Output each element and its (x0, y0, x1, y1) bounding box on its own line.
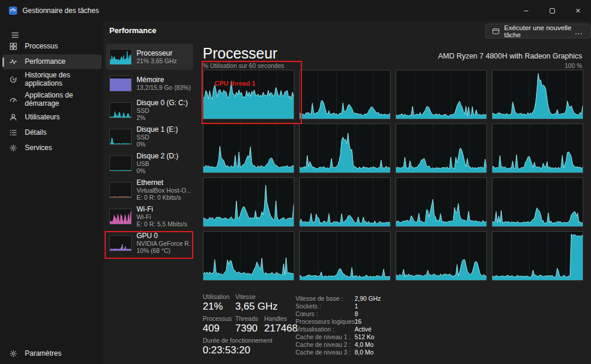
vitesse-label: Vitesse (235, 293, 255, 300)
perf-item-disk2[interactable]: Disque 2 (D:)USB0% (106, 150, 193, 176)
cpu-core-graph[interactable] (395, 70, 487, 119)
cpu-core-graph[interactable] (299, 124, 391, 173)
perf-item-ethernet[interactable]: EthernetVirtualBox Host-O...E: 0 R: 0 Kb… (106, 177, 193, 203)
memory-mini-graph (109, 76, 132, 92)
perf-item-sub: USB (137, 160, 178, 167)
perf-item-disk0[interactable]: Disque 0 (G: C:)SSD2% (106, 97, 193, 123)
ellipsis-icon: … (574, 27, 583, 36)
sidebar-item-label: Historique des applications (25, 72, 95, 87)
gpu-mini-graph (109, 235, 132, 251)
perf-item-title: GPU 0 (137, 232, 191, 240)
sidebar-item-utilisateurs[interactable]: Utilisateurs (2, 110, 102, 125)
new-task-icon (492, 27, 500, 35)
cpu-core-graph[interactable] (395, 124, 487, 173)
utilisation-value: 21% (203, 301, 223, 313)
cpu-core-graph[interactable] (203, 231, 294, 281)
perf-item-title: Disque 0 (G: C:) (137, 99, 188, 107)
perf-item-title: Processeur (137, 50, 177, 57)
disk0-mini-graph (109, 102, 132, 118)
perf-item-disk1[interactable]: Disque 1 (E:)SSD0% (106, 124, 193, 150)
disk1-mini-graph (109, 129, 132, 145)
sidebar-item-parametres[interactable]: Paramètres (2, 346, 102, 361)
close-icon: × (576, 6, 580, 15)
wifi-mini-graph (109, 209, 132, 225)
window-title: Gestionnaire des tâches (22, 6, 99, 15)
perf-item-memory[interactable]: Mémoire13,2/15,9 Go (83%) (106, 70, 193, 96)
sidebar-item-processus[interactable]: Processus (2, 39, 102, 54)
utilisation-label: Utilisation (203, 293, 230, 300)
app-history-icon (9, 75, 18, 84)
cpu-core-graph[interactable] (492, 177, 583, 227)
perf-item-sub: 13,2/15,9 Go (83%) (137, 84, 191, 91)
perf-item-title: Wi-Fi (137, 206, 187, 213)
perf-item-sub: 21% 3,65 GHz (137, 57, 177, 64)
threads-value: 7390 (235, 323, 258, 334)
perf-item-sub: SSD (137, 134, 178, 141)
cpu-section-title: Processeur (203, 45, 277, 62)
maximize-button[interactable] (539, 0, 565, 21)
settings-gear-icon (9, 349, 18, 359)
perf-item-sub: Wi-Fi (137, 213, 187, 220)
perf-item-sub: E: 0 R: 0 Kbits/s (137, 194, 191, 201)
sidebar-item-label: Processus (25, 43, 95, 51)
cpu-core-graph[interactable] (395, 177, 487, 227)
perf-item-sub: NVIDIA GeForce R... (137, 240, 191, 247)
perf-item-title: Disque 1 (E:) (137, 126, 178, 134)
uptime-value: 0:23:53:20 (203, 344, 250, 356)
perf-item-sub: 2% (137, 114, 188, 121)
cpu-core-graph[interactable] (203, 124, 294, 173)
perf-item-title: Mémoire (137, 76, 191, 84)
cpu-core-graph[interactable] (395, 231, 487, 281)
page-title: Performance (109, 26, 156, 35)
cpu-core-graph[interactable] (203, 70, 294, 119)
close-button[interactable]: × (565, 0, 591, 21)
performance-icon (9, 57, 18, 67)
app-icon (8, 6, 18, 15)
cpu-core-graph[interactable] (299, 177, 391, 227)
minimize-button[interactable]: − (513, 0, 539, 21)
graph-scale-max: 100 % (564, 62, 582, 69)
perf-item-sub: SSD (137, 107, 188, 114)
cpu-core-graph[interactable] (492, 70, 583, 119)
sidebar-item-historique[interactable]: Historique des applications (2, 70, 102, 89)
cpu-core-graph[interactable] (299, 231, 391, 281)
handles-value: 217468 (264, 323, 298, 334)
sidebar-item-performance[interactable]: Performance (2, 54, 102, 69)
more-options-button[interactable]: … (571, 25, 586, 38)
cpu-core-graph[interactable] (203, 177, 294, 227)
startup-apps-icon (9, 95, 18, 105)
sidebar-item-details[interactable]: Détails (2, 125, 102, 140)
perf-item-sub: VirtualBox Host-O... (137, 187, 191, 194)
sidebar-item-services[interactable]: Services (2, 141, 102, 155)
perf-item-wifi[interactable]: Wi-FiWi-FiE: 0 R: 5,5 Mbits/s (106, 203, 193, 229)
sidebar-item-label: Applications de démarrage (25, 92, 95, 108)
disk2-mini-graph (109, 155, 132, 171)
users-icon (9, 113, 18, 122)
vitesse-value: 3,65 GHz (235, 301, 278, 313)
cpu-mini-graph (109, 49, 132, 65)
sidebar-item-label: Détails (25, 129, 95, 137)
processus-value: 409 (203, 323, 219, 334)
perf-item-sub: 0% (137, 141, 178, 148)
uptime-label: Durée de fonctionnement (203, 337, 272, 344)
perf-item-sub: E: 0 R: 5,5 Mbits/s (137, 220, 187, 228)
ethernet-mini-graph (109, 182, 132, 198)
sidebar-item-label: Paramètres (25, 350, 95, 358)
cpu-core-graph[interactable] (299, 70, 391, 119)
processus-label: Processus (203, 315, 232, 322)
perf-item-sub: 0% (137, 167, 178, 174)
cpu-core-graph[interactable] (492, 231, 583, 281)
perf-item-title: Disque 2 (D:) (137, 152, 178, 160)
details-icon (9, 128, 18, 138)
cpu-chip-name: AMD Ryzen 7 4800H with Radeon Graphics (438, 52, 582, 60)
sidebar-item-label: Utilisateurs (25, 113, 95, 122)
perf-item-cpu[interactable]: Processeur21% 3,65 GHz (106, 44, 193, 70)
minimize-icon: − (524, 6, 528, 15)
processes-icon (9, 42, 18, 51)
handles-label: Handles (264, 315, 287, 322)
sidebar-item-demarrage[interactable]: Applications de démarrage (2, 90, 102, 109)
task-manager-window: Gestionnaire des tâches − × Processus Pe… (0, 0, 591, 364)
sidebar-item-label: Performance (25, 58, 95, 66)
cpu-core-graph[interactable] (492, 124, 583, 173)
perf-item-gpu[interactable]: GPU 0NVIDIA GeForce R...10% (68 °C) (106, 230, 193, 256)
